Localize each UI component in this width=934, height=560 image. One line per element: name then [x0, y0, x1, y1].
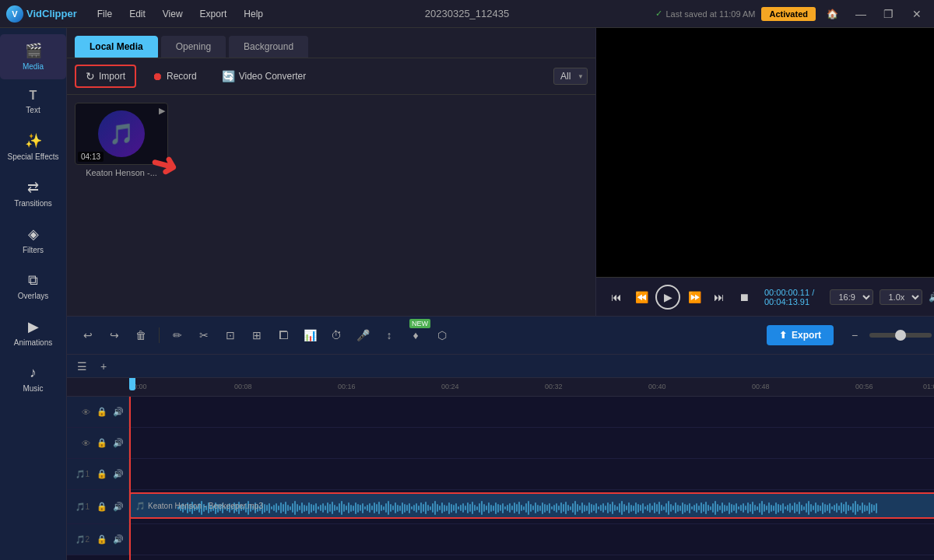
timeline-add-track-button[interactable]: ☰ [73, 358, 90, 375]
sidebar-label-overlays: Overlays [18, 292, 48, 301]
skip-forward-button[interactable]: ⏭ [708, 286, 730, 308]
track-lock-icon-2[interactable]: 🔒 [95, 436, 109, 450]
close-button[interactable]: ✕ [906, 3, 928, 25]
video-converter-icon: 🔄 [222, 70, 235, 82]
sidebar-item-media[interactable]: 🎬 Media [0, 34, 66, 79]
track-volume-icon[interactable]: 🔊 [111, 405, 125, 419]
timeline-add-button[interactable]: + [95, 358, 112, 375]
track-row-audio2: 🎵2 🔒 🔊 [67, 524, 934, 555]
video-converter-button[interactable]: 🔄 Video Converter [212, 66, 316, 86]
track-content-audio-clip[interactable]: 🎵 Keaton Henson - Beekeeper.mp3 [129, 490, 934, 523]
tab-background[interactable]: Background [229, 36, 308, 58]
text-icon: T [30, 89, 37, 103]
track-volume-icon-4[interactable]: 🔊 [111, 500, 125, 514]
aspect-ratio-select[interactable]: 16:9 9:16 4:3 [830, 289, 873, 305]
step-back-button[interactable]: ⏪ [630, 286, 652, 308]
redo-button[interactable]: ↪ [103, 324, 126, 347]
ruler-mark-00:16: 00:16 [338, 383, 356, 390]
record-button[interactable]: ⏺ Record [142, 66, 206, 86]
menu-view[interactable]: View [155, 5, 191, 23]
track-lock-icon-5[interactable]: 🔒 [95, 533, 109, 547]
crop-button[interactable]: ⊡ [219, 324, 242, 347]
track-eye-icon-2[interactable]: 👁 [79, 436, 93, 450]
track-row-audio1: 🎵1 🔒 🔊 [67, 459, 934, 490]
import-label: Import [99, 71, 125, 82]
drag-indicator [129, 397, 131, 560]
zoom-slider[interactable] [869, 333, 932, 338]
sidebar-item-text[interactable]: T Text [0, 81, 66, 123]
sidebar-item-music[interactable]: ♪ Music [0, 357, 66, 401]
home-button[interactable]: 🏠 [822, 3, 844, 25]
waveform [177, 500, 934, 516]
media-icon: 🎬 [25, 42, 42, 59]
track-lock-icon-4[interactable]: 🔒 [95, 500, 109, 514]
transform-button[interactable]: ⧠ [272, 324, 295, 347]
ruler-mark-00:32: 00:32 [545, 383, 563, 390]
sidebar-item-animations[interactable]: ▶ Animations [0, 310, 66, 355]
skip-back-button[interactable]: ⏮ [606, 286, 627, 308]
cut-button[interactable]: ✂ [192, 324, 216, 347]
import-button[interactable]: ↻ Import [75, 65, 136, 88]
track-label-clip: 🎵1 [75, 502, 90, 511]
sidebar-label-music: Music [23, 384, 43, 394]
sidebar-item-transitions[interactable]: ⇄ Transitions [0, 171, 66, 216]
menu-file[interactable]: File [90, 5, 120, 23]
split-button[interactable]: ⊞ [245, 324, 269, 347]
new-badge: NEW [409, 319, 430, 328]
music-thumb-icon: 🎵 [98, 110, 145, 157]
sidebar-item-special-effects[interactable]: ✨ Special Effects [0, 124, 66, 170]
track-controls-audio1: 🎵1 🔒 🔊 [67, 459, 129, 489]
tab-opening[interactable]: Opening [161, 36, 226, 58]
volume-button[interactable]: 🔊 [929, 288, 934, 306]
more-button[interactable]: ⬡ [430, 324, 454, 347]
effect-button[interactable]: ♦ NEW [404, 324, 427, 347]
audio-clip-music-icon: 🎵 [135, 502, 145, 510]
menu-help[interactable]: Help [236, 5, 271, 23]
adjust-button[interactable]: ↕ [377, 324, 401, 347]
tab-local-media[interactable]: Local Media [75, 36, 158, 58]
sidebar-item-filters[interactable]: ◈ Filters [0, 218, 66, 263]
transitions-icon: ⇄ [27, 179, 39, 196]
sidebar-item-overlays[interactable]: ⧉ Overlays [0, 264, 66, 309]
media-tab-bar: Local Media Opening Background [67, 28, 595, 58]
minimize-button[interactable]: — [850, 3, 872, 25]
time-separator: / [812, 288, 814, 297]
ruler-cursor-handle [129, 378, 135, 390]
timer-button[interactable]: ⏱ [325, 324, 348, 347]
undo-button[interactable]: ↩ [76, 324, 100, 347]
overlays-icon: ⧉ [28, 272, 38, 289]
mic-button[interactable]: 🎤 [351, 324, 374, 347]
track-lock-icon-3[interactable]: 🔒 [95, 467, 109, 481]
sidebar-label-animations: Animations [14, 338, 52, 348]
menu-bar: File Edit View Export Help [90, 5, 271, 23]
special-effects-icon: ✨ [25, 132, 42, 149]
play-button[interactable]: ▶ [655, 285, 680, 310]
export-button[interactable]: ⬆ Export [767, 325, 834, 345]
track-lock-icon[interactable]: 🔒 [95, 405, 109, 419]
filter-select-wrapper: All [553, 68, 588, 85]
sidebar: 🎬 Media T Text ✨ Special Effects ⇄ Trans… [0, 28, 67, 560]
maximize-button[interactable]: ❐ [878, 3, 900, 25]
ruler-mark-00:56: 00:56 [855, 383, 873, 390]
track-volume-icon-5[interactable]: 🔊 [111, 533, 125, 547]
timeline-zoom-out[interactable]: − [843, 324, 866, 347]
step-forward-button[interactable]: ⏩ [683, 286, 705, 308]
chart-button[interactable]: 📊 [298, 324, 321, 347]
loop-button[interactable]: ⏹ [733, 286, 755, 308]
audio-clip[interactable]: 🎵 Keaton Henson - Beekeeper.mp3 [129, 492, 934, 519]
speed-select[interactable]: 1.0x 0.5x 2.0x [880, 289, 922, 305]
track-volume-icon-3[interactable]: 🔊 [111, 467, 125, 481]
delete-button[interactable]: 🗑 [129, 324, 153, 347]
total-time: 00:04:13.91 [764, 297, 809, 306]
menu-export[interactable]: Export [192, 5, 235, 23]
preview-panel: ⏮ ⏪ ▶ ⏩ ⏭ ⏹ 00:00:00.11 / 00:04:13.91 16… [596, 28, 934, 316]
menu-edit[interactable]: Edit [121, 5, 153, 23]
edit-button[interactable]: ✏ [166, 324, 189, 347]
edit-toolbar: ↩ ↪ 🗑 ✏ ✂ ⊡ ⊞ ⧠ 📊 ⏱ 🎤 ↕ ♦ NEW ⬡ ⬆ Export… [67, 316, 934, 355]
animations-icon: ▶ [28, 318, 39, 335]
filter-dropdown[interactable]: All [553, 68, 588, 85]
activated-button[interactable]: Activated [761, 7, 816, 21]
filter-dropdown-wrapper[interactable]: All [553, 68, 588, 85]
track-eye-icon[interactable]: 👁 [79, 405, 93, 419]
track-volume-icon-2[interactable]: 🔊 [111, 436, 125, 450]
